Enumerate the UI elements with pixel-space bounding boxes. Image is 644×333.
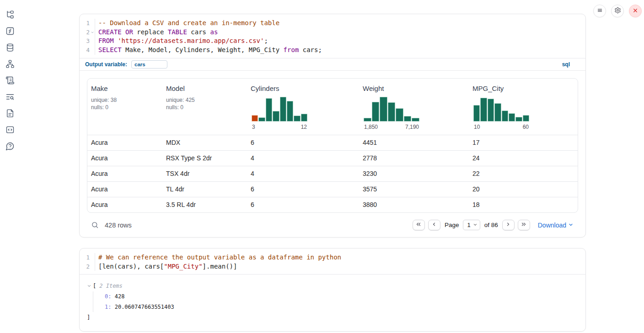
logs-search-icon[interactable] [5, 92, 15, 101]
sql-code-editor[interactable]: 1-- Download a CSV and create an in-memo… [80, 14, 585, 58]
histogram-bar [252, 115, 258, 122]
chevron-left-icon [431, 221, 437, 229]
histogram-bar [364, 118, 371, 122]
shutdown-button[interactable] [629, 5, 642, 17]
histogram-bar [301, 114, 307, 122]
chevrons-left-icon [415, 221, 422, 229]
column-header-Weight[interactable]: Weight1,8507,190 [359, 79, 469, 135]
histogram-bar [494, 103, 501, 122]
output-variable-input[interactable] [131, 60, 167, 69]
histogram-bar [273, 111, 279, 122]
histogram-MPG_City: 1060 [473, 96, 529, 130]
settings-button[interactable] [611, 5, 624, 17]
line-number-gutter: 1 [80, 19, 95, 28]
function-square-icon[interactable] [5, 26, 15, 36]
table-cell: Acura [87, 166, 162, 181]
column-name: Make [91, 85, 159, 92]
table-cell: 2778 [359, 151, 469, 166]
table-cell: TL 4dr [162, 182, 247, 197]
close-icon [632, 7, 639, 15]
documentation-icon[interactable] [5, 109, 15, 118]
close-bracket: ] [87, 313, 578, 322]
column-stats: unique: 425nulls: 0 [166, 96, 243, 111]
column-name: Model [166, 85, 243, 92]
menu-button[interactable] [593, 5, 606, 17]
histogram-bar [523, 115, 529, 122]
python-code-editor[interactable]: 1# We can reference the output variable … [80, 248, 585, 275]
collapse-chevron-icon[interactable] [87, 284, 93, 288]
table-cell: MDX [162, 135, 247, 150]
code-text: CREATE OR replace TABLE cars as [95, 28, 218, 37]
code-text: SELECT Make, Model, Cylinders, Weight, M… [95, 46, 322, 55]
table-row[interactable]: AcuraRSX Type S 2dr4277824 [87, 150, 578, 166]
column-stats: unique: 38nulls: 0 [91, 96, 159, 111]
histogram-bar [404, 116, 412, 122]
code-text: # We can reference the output variable a… [95, 253, 341, 262]
sql-cell: 1-- Download a CSV and create an in-memo… [79, 14, 586, 238]
prev-page-button[interactable] [428, 220, 440, 231]
search-icon[interactable] [91, 221, 99, 229]
table-row[interactable]: AcuraTSX 4dr4323022 [87, 166, 578, 181]
column-header-Make[interactable]: Makeunique: 38nulls: 0 [87, 79, 162, 135]
code-line: 2[len(cars), cars["MPG_City"].mean()] [80, 262, 585, 271]
histogram-bar [473, 105, 480, 122]
notebook: 1-- Download a CSV and create an in-memo… [79, 14, 586, 332]
column-header-MPG_City[interactable]: MPG_City1060 [469, 79, 578, 135]
table-cell: 3230 [359, 166, 469, 181]
table-cell: 17 [469, 135, 578, 150]
first-page-button[interactable] [413, 220, 425, 231]
code-line: 1# We can reference the output variable … [80, 253, 585, 262]
table-cell: RSX Type S 2dr [162, 151, 247, 166]
table-row[interactable]: AcuraMDX6445117 [87, 135, 578, 150]
last-page-button[interactable] [518, 220, 530, 231]
scroll-icon[interactable] [5, 76, 15, 85]
table-body: AcuraMDX6445117AcuraRSX Type S 2dr427782… [87, 135, 578, 212]
table-cell: 6 [247, 197, 359, 212]
next-page-button[interactable] [502, 220, 515, 231]
chevrons-right-icon [521, 221, 527, 229]
chevron-right-icon [505, 221, 511, 229]
table-cell: 4451 [359, 135, 469, 150]
column-name: Cylinders [251, 85, 355, 92]
open-bracket: [ [93, 281, 96, 291]
file-tree-icon[interactable] [5, 10, 15, 19]
line-number-gutter: 4 [80, 46, 95, 55]
code-text: FROM 'https://datasets.marimo.app/cars.c… [95, 37, 268, 46]
line-number-gutter: 3 [80, 37, 95, 46]
table-row[interactable]: AcuraTL 4dr6357520 [87, 181, 578, 197]
histogram-bar [509, 113, 515, 122]
column-header-Model[interactable]: Modelunique: 425nulls: 0 [162, 79, 247, 135]
dependency-graph-icon[interactable] [5, 59, 15, 69]
fold-toggle-icon[interactable] [90, 31, 95, 34]
download-button[interactable]: Download [538, 222, 574, 229]
help-icon[interactable] [5, 142, 15, 151]
table-cell: Acura [87, 197, 162, 212]
histogram-bar [266, 98, 272, 122]
row-count: 428 rows [105, 222, 132, 229]
table-cell: 20 [469, 182, 578, 197]
histogram-bar [515, 117, 522, 121]
histogram-axis: 1060 [473, 124, 529, 130]
column-name: MPG_City [472, 85, 574, 92]
chevron-down-icon [568, 222, 574, 229]
table-cell: 18 [469, 197, 578, 212]
page-label: Page [445, 222, 459, 228]
items-count-label: 2 Items [99, 281, 123, 291]
histogram-bar [388, 102, 396, 122]
column-header-Cylinders[interactable]: Cylinders312 [247, 79, 359, 135]
database-icon[interactable] [5, 43, 15, 52]
snippets-icon[interactable] [5, 125, 15, 134]
histogram-bar [258, 117, 265, 122]
table-row[interactable]: Acura3.5 RL 4dr6388018 [87, 197, 578, 212]
table-cell: 6 [247, 182, 359, 197]
page-select[interactable]: 1 [463, 220, 480, 230]
histogram-axis: 1,8507,190 [364, 124, 419, 130]
tree-output: [2 Items0: 4281: 20.060747663551403] [80, 275, 585, 331]
line-number-gutter: 1 [80, 253, 95, 262]
code-line: 1-- Download a CSV and create an in-memo… [80, 19, 585, 28]
histogram-bar [280, 97, 286, 121]
tree-entry: 0: 428 [105, 291, 578, 302]
table-cell: 24 [469, 151, 578, 166]
line-number-gutter: 2 [80, 28, 95, 37]
table-cell: Acura [87, 151, 162, 166]
